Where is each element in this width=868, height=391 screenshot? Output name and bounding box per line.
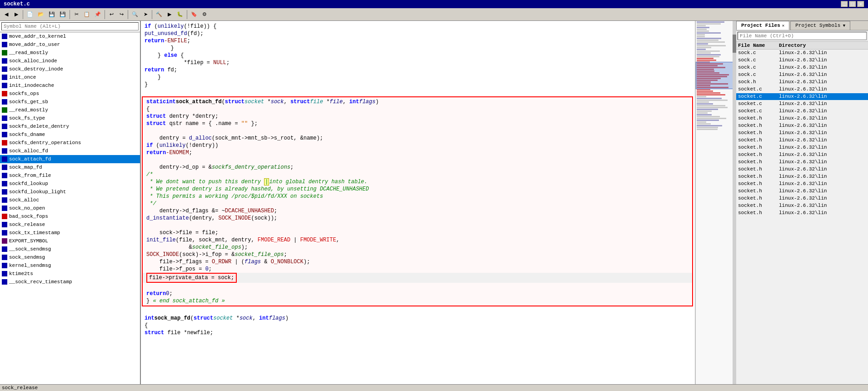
file-table-row[interactable]: socket.hlinux-2.6.32\lin bbox=[736, 137, 868, 144]
symbol-list-item[interactable]: sock_map_fd bbox=[0, 163, 140, 171]
file-dir-cell: linux-2.6.32\lin bbox=[779, 188, 866, 194]
code-line: } bbox=[141, 74, 695, 81]
file-table-row[interactable]: socket.hlinux-2.6.32\lin bbox=[736, 180, 868, 188]
file-search-input[interactable] bbox=[738, 32, 867, 40]
symbol-list-item[interactable]: __sock_recv_timestamp bbox=[0, 278, 140, 286]
file-table-row[interactable]: socket.clinux-2.6.32\lin bbox=[736, 108, 868, 115]
symbol-list-item[interactable]: init_once bbox=[0, 73, 140, 81]
file-dir-cell: linux-2.6.32\lin bbox=[779, 101, 866, 107]
file-table-row[interactable]: socket.hlinux-2.6.32\lin bbox=[736, 188, 868, 195]
symbol-label: sock_alloc bbox=[9, 197, 39, 203]
paste-button[interactable]: 📌 bbox=[93, 10, 103, 18]
symbol-list-item[interactable]: sock_alloc_fd bbox=[0, 147, 140, 155]
file-table-row[interactable]: socket.hlinux-2.6.32\lin bbox=[736, 151, 868, 159]
file-table-row[interactable]: socket.hlinux-2.6.32\lin bbox=[736, 122, 868, 130]
file-table-row[interactable]: sock.clinux-2.6.32\lin bbox=[736, 71, 868, 79]
file-table-row[interactable]: socket.clinux-2.6.32\lin bbox=[736, 86, 868, 93]
symbol-list-item[interactable]: sock_tx_timestamp bbox=[0, 229, 140, 237]
symbol-list-item[interactable]: __read_mostly bbox=[0, 106, 140, 114]
tab-close-icon[interactable]: ✕ bbox=[782, 24, 784, 28]
right-tab-0[interactable]: Project Files✕ bbox=[736, 21, 789, 30]
file-table-row[interactable]: socket.hlinux-2.6.32\lin bbox=[736, 115, 868, 122]
symbol-list-item[interactable]: sock_sendmsg bbox=[0, 253, 140, 261]
toolbar-sep-5 bbox=[152, 10, 152, 19]
file-table-row[interactable]: sock.hlinux-2.6.32\lin bbox=[736, 79, 868, 86]
file-table-row[interactable]: socket.hlinux-2.6.32\lin bbox=[736, 202, 868, 210]
symbol-list-item[interactable]: sock_attach_fd bbox=[0, 155, 140, 163]
symbol-list-item[interactable]: sockfs_ops bbox=[0, 90, 140, 98]
file-table-row[interactable]: socket.hlinux-2.6.32\lin bbox=[736, 195, 868, 202]
symbol-list-item[interactable]: sock_fs_type bbox=[0, 114, 140, 122]
mini-preview-line bbox=[697, 120, 719, 121]
symbol-list-item[interactable]: move_addr_to_user bbox=[0, 40, 140, 49]
minimize-button[interactable]: _ bbox=[841, 1, 848, 7]
symbol-list-item[interactable]: sockfd_lookup_light bbox=[0, 188, 140, 196]
symbol-search-input[interactable] bbox=[1, 22, 139, 30]
code-line: dentry->d_op = &sockfs_dentry_operations… bbox=[143, 164, 692, 171]
symbol-list-item[interactable]: __sock_sendmsg bbox=[0, 245, 140, 253]
code-line: } « end sock_attach_fd » bbox=[143, 297, 692, 305]
symbol-list-item[interactable]: sockfs_delete_dentry bbox=[0, 122, 140, 130]
file-table-row[interactable]: socket.hlinux-2.6.32\lin bbox=[736, 166, 868, 173]
symbol-icon bbox=[2, 115, 7, 121]
symbol-list-item[interactable]: sockfs_dname bbox=[0, 130, 140, 139]
right-tab-1[interactable]: Project Symbols ▼ bbox=[790, 21, 850, 30]
symbol-list-item[interactable]: sock_release bbox=[0, 221, 140, 229]
code-editor[interactable]: if (unlikely(!file)) { put_unused_fd(fd)… bbox=[141, 21, 695, 384]
file-dir-cell: linux-2.6.32\lin bbox=[779, 137, 866, 143]
copy-button[interactable]: 📋 bbox=[82, 10, 92, 18]
tab-dropdown-icon[interactable]: ▼ bbox=[840, 24, 845, 28]
symbol-list[interactable]: move_addr_to_kernelmove_addr_to_user__re… bbox=[0, 32, 140, 384]
file-table-row[interactable]: socket.hlinux-2.6.32\lin bbox=[736, 159, 868, 166]
mini-scrollbar[interactable] bbox=[733, 21, 736, 384]
config-button[interactable]: ⚙ bbox=[200, 10, 209, 18]
new-button[interactable]: 📄 bbox=[25, 10, 35, 18]
symbol-list-item[interactable]: EXPORT_SYMBOL bbox=[0, 237, 140, 245]
file-table[interactable]: File Name Directory sock.clinux-2.6.32\l… bbox=[736, 42, 868, 384]
file-table-row[interactable]: sock.clinux-2.6.32\lin bbox=[736, 57, 868, 64]
symbol-list-item[interactable]: sock_from_file bbox=[0, 171, 140, 180]
forward-button[interactable]: ▶ bbox=[12, 10, 21, 18]
file-table-row[interactable]: sock.clinux-2.6.32\lin bbox=[736, 64, 868, 71]
file-table-row[interactable]: socket.hlinux-2.6.32\lin bbox=[736, 173, 868, 180]
close-button[interactable]: ✕ bbox=[857, 1, 864, 7]
toolbar-sep-3 bbox=[105, 10, 105, 19]
save-button[interactable]: 💾 bbox=[47, 10, 57, 18]
cut-button[interactable]: ✂ bbox=[72, 10, 81, 18]
symbol-list-item[interactable]: ktime2ts bbox=[0, 270, 140, 278]
fn-name: sock_attach_fd bbox=[176, 98, 222, 105]
run-button[interactable]: ▶ bbox=[165, 10, 174, 18]
debug-button[interactable]: 🐛 bbox=[175, 10, 185, 18]
back-button[interactable]: ◀ bbox=[2, 10, 11, 18]
build-button[interactable]: 🔨 bbox=[154, 10, 164, 18]
symbol-list-item[interactable]: init_inodecache bbox=[0, 81, 140, 90]
goto-button[interactable]: ➤ bbox=[141, 10, 150, 18]
symbol-list-item[interactable]: sock_destroy_inode bbox=[0, 65, 140, 73]
file-table-row[interactable]: socket.hlinux-2.6.32\lin bbox=[736, 144, 868, 151]
symbol-list-item[interactable]: kernel_sendmsg bbox=[0, 261, 140, 270]
symbol-icon bbox=[2, 255, 7, 260]
file-table-row[interactable]: socket.clinux-2.6.32\lin bbox=[736, 100, 868, 108]
symbol-list-item[interactable]: sockfs_get_sb bbox=[0, 98, 140, 106]
undo-button[interactable]: ↩ bbox=[107, 10, 116, 18]
symbol-list-item[interactable]: sockfd_lookup bbox=[0, 180, 140, 188]
mini-preview-line bbox=[697, 45, 726, 46]
symbol-list-item[interactable]: sock_no_open bbox=[0, 204, 140, 212]
redo-button[interactable]: ↪ bbox=[117, 10, 126, 18]
symbol-list-item[interactable]: sock_alloc bbox=[0, 196, 140, 204]
maximize-button[interactable]: □ bbox=[849, 1, 856, 7]
file-table-row[interactable]: socket.clinux-2.6.32\lin bbox=[736, 93, 868, 100]
save-all-button[interactable]: 💾 bbox=[58, 10, 68, 18]
symbol-list-item[interactable]: sock_alloc_inode bbox=[0, 57, 140, 65]
symbol-list-item[interactable]: move_addr_to_kernel bbox=[0, 32, 140, 40]
symbol-list-item[interactable]: sockfs_dentry_operations bbox=[0, 139, 140, 147]
open-button[interactable]: 📂 bbox=[36, 10, 46, 18]
symbol-list-item[interactable]: bad_sock_fops bbox=[0, 212, 140, 221]
file-table-row[interactable]: socket.hlinux-2.6.32\lin bbox=[736, 130, 868, 137]
search-button[interactable]: 🔍 bbox=[130, 10, 140, 18]
file-table-row[interactable]: sock.clinux-2.6.32\lin bbox=[736, 50, 868, 57]
bookmark-button[interactable]: 🔖 bbox=[189, 10, 199, 18]
file-table-row[interactable]: socket.hlinux-2.6.32\lin bbox=[736, 210, 868, 217]
mini-scrollbar-thumb[interactable] bbox=[733, 35, 736, 53]
symbol-list-item[interactable]: __read_mostly bbox=[0, 49, 140, 57]
